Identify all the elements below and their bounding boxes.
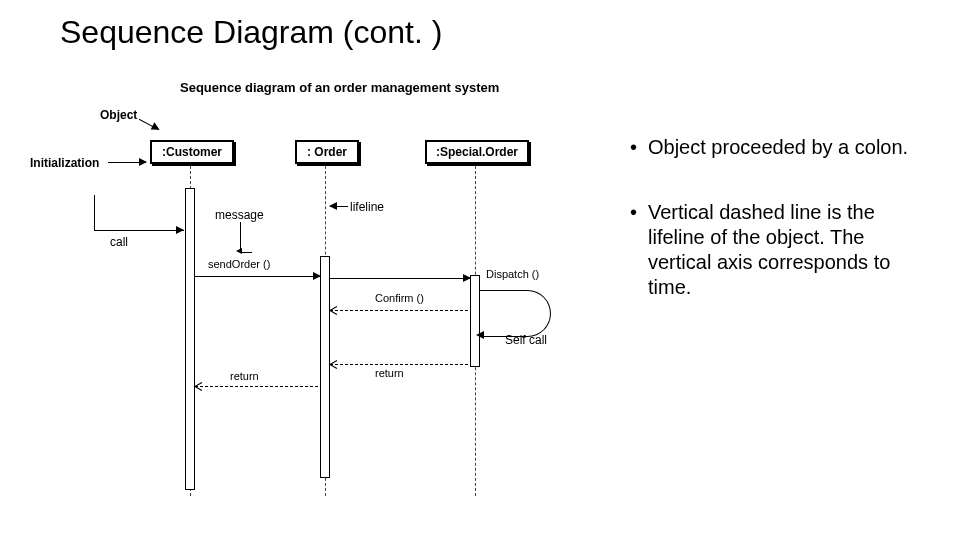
slide-title: Sequence Diagram (cont. ): [60, 14, 442, 51]
slide-root: Sequence Diagram (cont. ) Sequence diagr…: [0, 0, 960, 540]
note-bullet-1: Object proceeded by a colon.: [630, 135, 930, 160]
object-customer: :Customer: [150, 140, 234, 164]
note-bullet-2: Vertical dashed line is the lifeline of …: [630, 200, 930, 300]
diagram-heading: Sequence diagram of an order management …: [180, 80, 499, 95]
annot-lifeline: lifeline: [350, 200, 384, 214]
arrow-object: [139, 119, 158, 129]
msg-return1: return: [230, 370, 259, 382]
msg-confirm: Confirm (): [375, 292, 424, 304]
notes-list: Object proceeded by a colon. Vertical da…: [630, 135, 930, 300]
activation-order: [320, 256, 330, 478]
object-special-order: :Special.Order: [425, 140, 529, 164]
msg-return2: return: [375, 367, 404, 379]
annot-selfcall: Self call: [505, 333, 547, 347]
annot-call: call: [110, 235, 128, 249]
msg-dispatch: Dispatch (): [486, 268, 539, 280]
activation-special-order: [470, 275, 480, 367]
annot-object: Object: [100, 108, 137, 122]
annot-init: Initialization: [30, 156, 99, 170]
msg-sendorder: sendOrder (): [208, 258, 270, 270]
object-order: : Order: [295, 140, 359, 164]
annot-message: message: [215, 208, 264, 222]
notes-panel: Object proceeded by a colon. Vertical da…: [630, 135, 930, 340]
sequence-diagram: Sequence diagram of an order management …: [30, 80, 610, 520]
